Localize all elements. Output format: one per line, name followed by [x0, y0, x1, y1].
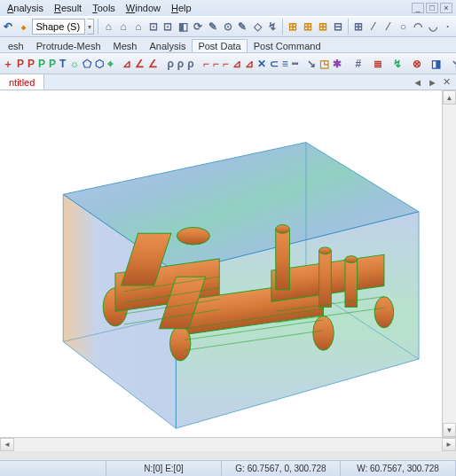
- svg-rect-18: [319, 251, 332, 308]
- t2-4[interactable]: P: [37, 55, 46, 73]
- menu-result[interactable]: Result: [51, 3, 85, 13]
- t2-17[interactable]: ⌐: [202, 55, 210, 73]
- tab-nav-fwd[interactable]: ►: [426, 77, 439, 88]
- menu-window[interactable]: Window: [122, 3, 164, 13]
- arc-1[interactable]: ◠: [412, 18, 425, 35]
- status-global-coords: G: 60.7567, 0, 300.728: [222, 461, 341, 476]
- vertical-scrollbar[interactable]: ▲ ▼: [442, 90, 456, 437]
- window-close[interactable]: ×: [440, 3, 452, 13]
- tool-10[interactable]: ✎: [236, 18, 249, 35]
- t2-22[interactable]: ✕: [256, 55, 267, 73]
- scroll-left-icon[interactable]: ◄: [0, 438, 14, 451]
- t2-31[interactable]: ↯: [389, 55, 406, 73]
- t2-32[interactable]: ⊗: [408, 55, 426, 73]
- tab-close[interactable]: ✕: [441, 76, 452, 88]
- svg-point-17: [276, 225, 290, 234]
- t2-33[interactable]: ◨: [428, 55, 445, 73]
- scroll-right-icon[interactable]: ►: [442, 438, 456, 451]
- t2-11[interactable]: ⊿: [122, 55, 132, 73]
- circle-icon[interactable]: ○: [397, 18, 410, 35]
- shape-icon[interactable]: ⬥: [17, 18, 30, 35]
- t2-34[interactable]: ↘: [447, 55, 456, 73]
- tab-bar: esh Protrude-Mesh Mesh Analysis Post Dat…: [0, 37, 456, 53]
- tool-6[interactable]: ◧: [177, 18, 190, 35]
- tool-5[interactable]: ⊡: [161, 18, 175, 35]
- t2-30[interactable]: ≣: [369, 55, 387, 73]
- arc-2[interactable]: ◡: [427, 18, 440, 35]
- status-empty: [0, 461, 106, 476]
- svg-rect-20: [345, 260, 358, 308]
- t2-18[interactable]: ⌐: [212, 55, 220, 73]
- t2-29[interactable]: #: [350, 55, 367, 73]
- window-minimize[interactable]: _: [412, 3, 424, 13]
- t2-28[interactable]: ✱: [332, 55, 342, 73]
- svg-point-21: [345, 256, 358, 263]
- line-1[interactable]: ∕: [366, 18, 380, 35]
- grid-1[interactable]: ⊞: [287, 18, 300, 35]
- t2-24[interactable]: ≡: [281, 55, 289, 73]
- t2-19[interactable]: ⌐: [222, 55, 230, 73]
- grid-3[interactable]: ⊞: [316, 18, 329, 35]
- window-maximize[interactable]: □: [426, 3, 438, 13]
- tab-mesh2[interactable]: Mesh: [107, 39, 144, 52]
- t2-14[interactable]: ρ: [166, 55, 174, 73]
- tool-7[interactable]: ⟳: [192, 18, 205, 35]
- svg-point-19: [319, 247, 332, 254]
- viewport-3d[interactable]: ▲ ▼: [0, 90, 456, 437]
- t2-6[interactable]: T: [59, 55, 67, 73]
- shape-selector[interactable]: Shape (S): [32, 19, 85, 35]
- line-2[interactable]: ∕: [381, 18, 395, 35]
- t2-16[interactable]: ρ: [186, 55, 194, 73]
- status-bar: N:[0] E:[0] G: 60.7567, 0, 300.728 W: 60…: [0, 460, 456, 476]
- menu-analysis[interactable]: Analysis: [4, 3, 47, 13]
- t2-13[interactable]: ∠: [147, 55, 159, 73]
- t2-23[interactable]: ⊂: [269, 55, 279, 73]
- t2-25[interactable]: ┅: [291, 55, 299, 73]
- grid-5[interactable]: ⊞: [352, 18, 366, 35]
- t2-10[interactable]: ⌖: [106, 55, 114, 73]
- tool-2[interactable]: ⌂: [117, 18, 130, 35]
- tab-protrude-mesh[interactable]: Protrude-Mesh: [30, 39, 107, 52]
- tab-analysis[interactable]: Analysis: [143, 39, 192, 52]
- t2-8[interactable]: ⬠: [82, 55, 92, 73]
- model-view: [0, 90, 456, 437]
- t2-5[interactable]: P: [48, 55, 57, 73]
- horizontal-scrollbar[interactable]: ◄ ►: [0, 437, 456, 451]
- tab-nav-back[interactable]: ◄: [411, 77, 424, 88]
- t2-20[interactable]: ⊿: [232, 55, 242, 73]
- t2-1[interactable]: ＋: [2, 55, 14, 73]
- tool-8[interactable]: ✎: [206, 18, 219, 35]
- tab-mesh[interactable]: esh: [2, 39, 30, 52]
- grid-2[interactable]: ⊞: [302, 18, 315, 35]
- t2-26[interactable]: ↘: [306, 55, 317, 73]
- t2-27[interactable]: ◳: [318, 55, 330, 73]
- t2-3[interactable]: P: [27, 55, 35, 73]
- tool-11[interactable]: ◇: [251, 18, 264, 35]
- point-icon[interactable]: ·: [441, 18, 454, 35]
- t2-12[interactable]: ∠: [134, 55, 145, 73]
- tool-3[interactable]: ⌂: [132, 18, 145, 35]
- document-tab[interactable]: ntitled: [0, 74, 44, 90]
- tab-post-data[interactable]: Post Data: [192, 39, 247, 52]
- svg-point-12: [170, 326, 191, 361]
- document-tab-bar: ntitled ◄ ► ✕: [0, 74, 456, 90]
- tool-12[interactable]: ↯: [265, 18, 279, 35]
- tool-4[interactable]: ⊡: [146, 18, 160, 35]
- menu-help[interactable]: Help: [168, 3, 195, 13]
- scroll-down-icon[interactable]: ▼: [443, 423, 456, 437]
- tool-1[interactable]: ⌂: [102, 18, 115, 35]
- t2-7[interactable]: ☼: [68, 55, 80, 73]
- svg-point-9: [177, 227, 209, 245]
- menu-tools[interactable]: Tools: [89, 3, 119, 13]
- status-ne: N:[0] E:[0]: [106, 461, 222, 476]
- t2-9[interactable]: ⬡: [94, 55, 105, 73]
- tool-9[interactable]: ⊙: [221, 18, 234, 35]
- tab-post-command[interactable]: Post Command: [248, 39, 327, 52]
- t2-2[interactable]: P: [16, 55, 25, 73]
- grid-4[interactable]: ⊟: [331, 18, 344, 35]
- t2-21[interactable]: ⊿: [244, 55, 255, 73]
- shape-dropdown[interactable]: ▾: [87, 19, 95, 35]
- t2-15[interactable]: ρ: [177, 55, 185, 73]
- scroll-up-icon[interactable]: ▲: [443, 90, 456, 105]
- back-icon[interactable]: ↶: [2, 18, 15, 35]
